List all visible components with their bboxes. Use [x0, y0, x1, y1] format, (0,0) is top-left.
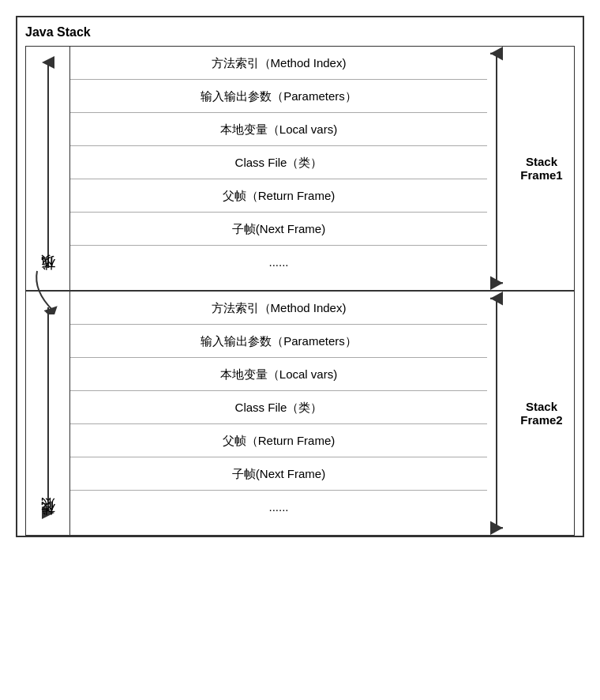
right-label-top: Stack Frame1 [487, 47, 574, 290]
left-label-bottom: 栈底 [26, 292, 69, 535]
frame-row: 父帧（Return Frame) [70, 179, 487, 213]
frame-row: Class File（类） [70, 146, 487, 179]
frame-row: 父帧（Return Frame) [70, 424, 487, 457]
curve-arrow-icon [29, 267, 92, 314]
frame-row: 方法索引（Method Index) [70, 292, 487, 325]
left-label-top: 栈顶 [26, 47, 69, 290]
right-label-bottom: Stack Frame2 [487, 292, 574, 535]
frame-row: ...... [70, 491, 487, 523]
frame-row: 本地变量（Local vars) [70, 113, 487, 146]
diagram-title: Java Stack [25, 25, 575, 40]
diagram-container: Java Stack 栈顶 方法索引（Method Index) 输入输出参数（… [16, 16, 584, 537]
stack-section-top: 栈顶 方法索引（Method Index) 输入输出参数（Parameters）… [25, 46, 575, 291]
right-arrow-double-icon-2 [487, 292, 506, 535]
frame-row: 输入输出参数（Parameters） [70, 325, 487, 358]
frame-row: ...... [70, 246, 487, 278]
arrow-up-icon [39, 55, 58, 276]
frame-row: 子帧(Next Frame) [70, 213, 487, 246]
frame-row: 输入输出参数（Parameters） [70, 80, 487, 113]
frames-area-bottom: 方法索引（Method Index) 输入输出参数（Parameters） 本地… [69, 292, 487, 535]
frame-row: 方法索引（Method Index) [70, 47, 487, 80]
stack-bottom-label: 栈底 [39, 521, 58, 527]
stack-frame2-label: Stack Frame2 [513, 400, 570, 427]
frames-area-top: 方法索引（Method Index) 输入输出参数（Parameters） 本地… [69, 47, 487, 290]
arrow-down-icon [39, 299, 58, 521]
frame-row: 子帧(Next Frame) [70, 457, 487, 491]
right-arrow-double-icon [487, 47, 506, 290]
stack-frame1-label: Stack Frame1 [513, 155, 570, 182]
stack-section-bottom: 栈底 方法索引（Method Index) 输入输出参数（Parameters）… [25, 291, 575, 536]
frame-row: Class File（类） [70, 391, 487, 424]
frame-row: 本地变量（Local vars) [70, 358, 487, 391]
